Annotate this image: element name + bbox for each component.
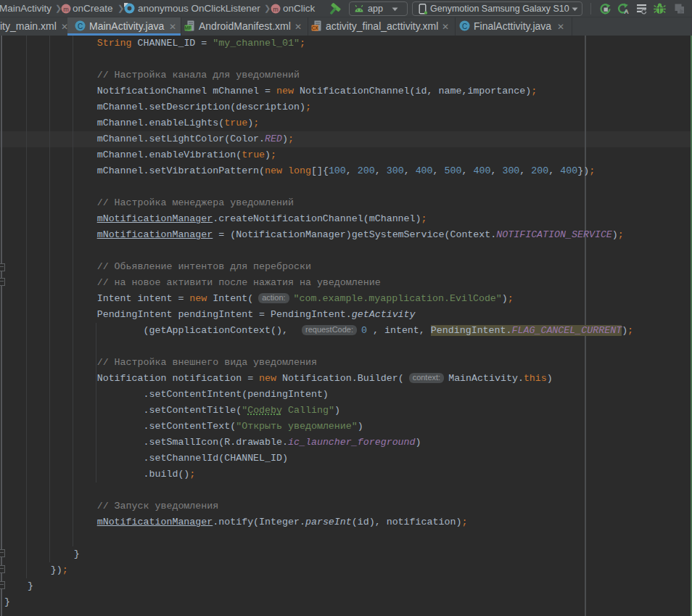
svg-text:C: C bbox=[462, 22, 467, 30]
svg-text:C: C bbox=[78, 22, 83, 30]
svg-text:MF: MF bbox=[185, 25, 191, 30]
svg-text:A: A bbox=[624, 8, 629, 15]
svg-text:m: m bbox=[63, 6, 69, 13]
svg-text:m: m bbox=[273, 6, 279, 13]
svg-text:CX: CX bbox=[312, 25, 319, 30]
